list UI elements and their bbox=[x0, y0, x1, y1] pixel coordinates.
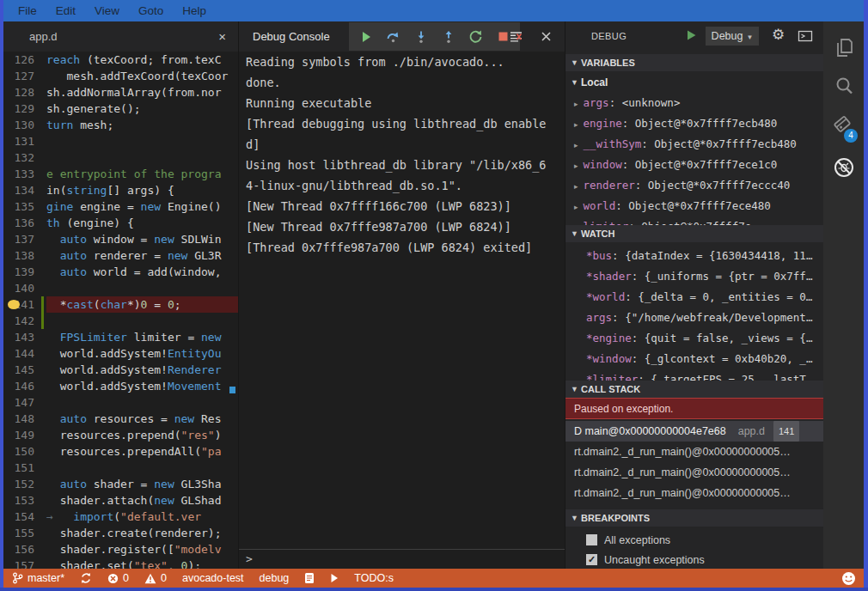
section-call-stack[interactable]: ▼CALL STACK bbox=[565, 381, 823, 398]
breakpoint-row[interactable]: All exceptions bbox=[565, 530, 823, 550]
document-icon[interactable] bbox=[304, 572, 315, 584]
code-line[interactable]: 145 world.addSystem!Renderer bbox=[3, 362, 238, 378]
code-line[interactable]: 153 shader.attach(new GLShad bbox=[3, 492, 238, 509]
line-number[interactable]: 154 bbox=[3, 509, 34, 525]
code-line[interactable]: 131 bbox=[3, 133, 238, 149]
code-line[interactable]: 130turn mesh; bbox=[3, 117, 238, 133]
error-icon[interactable]: 0 bbox=[107, 572, 129, 584]
play-icon[interactable] bbox=[330, 573, 339, 583]
line-number[interactable]: 155 bbox=[3, 525, 34, 541]
line-number[interactable]: 135 bbox=[3, 198, 34, 215]
menu-item-goto[interactable]: Goto bbox=[129, 0, 173, 21]
variable-row[interactable]: ▸engine: Object@*0x7ffff7ecb480 bbox=[565, 113, 823, 134]
line-number[interactable]: 147 bbox=[3, 394, 34, 411]
code-line[interactable]: 147 bbox=[3, 394, 238, 411]
sync-icon[interactable] bbox=[80, 572, 92, 584]
code-line[interactable]: 127 mesh.addTexCoord(texCoor bbox=[3, 68, 238, 84]
code-line[interactable]: 155 shader.create(renderer); bbox=[3, 525, 238, 541]
code-line[interactable]: 157 shader.set("tex", 0); bbox=[3, 557, 238, 569]
line-number[interactable]: 131 bbox=[3, 133, 34, 149]
breakpoint-dot[interactable] bbox=[8, 300, 20, 309]
variable-row[interactable]: ▸window: Object@*0x7ffff7ece1c0 bbox=[565, 155, 823, 175]
code-line[interactable]: 148 auto resources = new Res bbox=[3, 411, 238, 427]
code-line[interactable]: 128sh.addNormalArray(from.nor bbox=[3, 84, 238, 101]
checkbox-checked[interactable]: ✓ bbox=[586, 554, 597, 565]
line-number[interactable]: 128 bbox=[3, 84, 34, 101]
line-number[interactable]: 143 bbox=[3, 329, 34, 345]
stack-frame-row[interactable]: rt.dmain2._d_run_main()@0x00000000005… bbox=[565, 483, 823, 503]
line-number[interactable]: 126 bbox=[3, 52, 34, 68]
close-icon[interactable] bbox=[536, 27, 556, 46]
continue-icon[interactable] bbox=[356, 27, 376, 46]
watch-row[interactable]: *engine: {quit = false, _views = {… bbox=[565, 328, 823, 349]
step-out-icon[interactable] bbox=[438, 27, 458, 46]
gear-icon[interactable]: ⚙ bbox=[772, 26, 785, 44]
code-line[interactable]: 146 world.addSystem!Movement bbox=[3, 378, 238, 394]
variable-row[interactable]: ▸renderer: Object@*0x7ffff7eccc40 bbox=[565, 175, 823, 196]
code-line[interactable]: 134in(string[] args) { bbox=[3, 182, 238, 198]
search-icon[interactable] bbox=[832, 74, 856, 98]
line-number[interactable]: 137 bbox=[3, 231, 34, 247]
line-number[interactable]: 157 bbox=[3, 557, 34, 569]
code-line[interactable]: 129sh.generate(); bbox=[3, 101, 238, 117]
code-line[interactable]: 140 bbox=[3, 280, 238, 296]
checkbox-unchecked[interactable] bbox=[586, 534, 597, 545]
line-number[interactable]: 146 bbox=[3, 378, 34, 394]
code-line[interactable]: 126reach (texCoord; from.texC bbox=[3, 52, 238, 68]
open-console-icon[interactable] bbox=[798, 29, 813, 43]
code-line[interactable]: 144 world.addSystem!EntityOu bbox=[3, 345, 238, 362]
code-line[interactable]: 150 resources.prependAll("pa bbox=[3, 443, 238, 460]
watch-row[interactable]: *shader: {_uniforms = {ptr = 0x7ff… bbox=[565, 266, 823, 287]
tab-close-icon[interactable]: × bbox=[218, 21, 226, 52]
section-variables[interactable]: ▼VARIABLES bbox=[565, 54, 823, 71]
code-editor[interactable]: 126reach (texCoord; from.texC127 mesh.ad… bbox=[3, 52, 238, 569]
line-number[interactable]: 139 bbox=[3, 264, 34, 280]
stack-frame-row[interactable]: rt.dmain2._d_run_main()@0x00000000005… bbox=[565, 442, 823, 462]
watch-row[interactable]: *window: {_glcontext = 0xb40b20, _… bbox=[565, 349, 823, 369]
line-number[interactable]: 134 bbox=[3, 182, 34, 198]
git-branch-icon[interactable]: master* bbox=[12, 572, 64, 584]
code-line[interactable]: 141 *cast(char*)0 = 0; bbox=[3, 296, 238, 313]
explorer-icon[interactable] bbox=[832, 35, 856, 59]
code-line[interactable]: 135gine engine = new Engine() bbox=[3, 198, 238, 215]
smiley-icon[interactable] bbox=[841, 571, 856, 586]
warning-icon[interactable]: 0 bbox=[144, 572, 167, 584]
code-line[interactable]: 139 auto world = add(window, bbox=[3, 264, 238, 280]
line-number[interactable]: 129 bbox=[3, 101, 34, 117]
line-number[interactable]: 148 bbox=[3, 411, 34, 427]
status-todo-s[interactable]: TODO:s bbox=[354, 572, 394, 584]
restart-icon[interactable] bbox=[466, 27, 486, 46]
section-breakpoints[interactable]: ▼BREAKPOINTS bbox=[565, 509, 823, 527]
line-number[interactable]: 156 bbox=[3, 541, 34, 557]
watch-row[interactable]: *world: {_delta = 0, _entities = 0… bbox=[565, 287, 823, 308]
step-over-icon[interactable] bbox=[383, 27, 403, 46]
step-into-icon[interactable] bbox=[411, 27, 431, 46]
line-number[interactable]: 136 bbox=[3, 215, 34, 231]
line-number[interactable]: 130 bbox=[3, 117, 34, 133]
scope-local[interactable]: ▼Local bbox=[565, 73, 823, 92]
line-number[interactable]: 152 bbox=[3, 476, 34, 492]
line-number[interactable]: 142 bbox=[3, 313, 34, 329]
tab-app-d[interactable]: app.d bbox=[29, 21, 58, 52]
line-number[interactable]: 149 bbox=[3, 427, 34, 443]
code-line[interactable]: 133e entrypoint of the progra bbox=[3, 166, 238, 182]
code-line[interactable]: 149 resources.prepend("res") bbox=[3, 427, 238, 443]
menu-item-file[interactable]: File bbox=[9, 0, 46, 21]
line-number[interactable]: 150 bbox=[3, 443, 34, 460]
code-line[interactable]: 142 bbox=[3, 313, 238, 329]
watch-row[interactable]: *limiter: {_targetFPS = 25, _lastT bbox=[565, 369, 823, 381]
console-input[interactable]: > bbox=[239, 549, 565, 569]
variable-row[interactable]: ▸limiter: Object@*0x7ffff7e… bbox=[565, 216, 823, 225]
clear-console-icon[interactable] bbox=[506, 27, 526, 46]
code-line[interactable]: 143 FPSLimiter limiter = new bbox=[3, 329, 238, 345]
status-avocado-test[interactable]: avocado-test bbox=[182, 572, 244, 584]
code-line[interactable]: 137 auto window = new SDLWin bbox=[3, 231, 238, 247]
line-number[interactable]: 145 bbox=[3, 362, 34, 378]
line-number[interactable]: 133 bbox=[3, 166, 34, 182]
start-debug-button[interactable] bbox=[686, 29, 697, 41]
line-number[interactable]: 127 bbox=[3, 68, 34, 84]
menu-item-edit[interactable]: Edit bbox=[46, 0, 85, 21]
line-number[interactable]: 151 bbox=[3, 460, 34, 476]
stack-frame-row[interactable]: D main@0x00000000004e7e68app.d141 bbox=[565, 421, 823, 442]
section-watch[interactable]: ▼WATCH bbox=[565, 225, 823, 242]
